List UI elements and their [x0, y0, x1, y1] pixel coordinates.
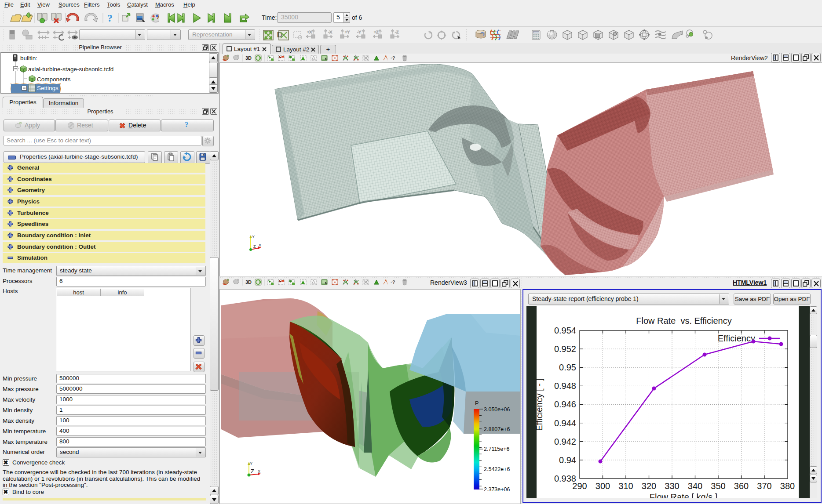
- svg-text:0.942: 0.942: [554, 437, 576, 446]
- svg-text:320: 320: [642, 481, 656, 491]
- svg-text:-Y: -Y: [357, 30, 361, 34]
- svg-text:2.5422e+6: 2.5422e+6: [484, 466, 510, 472]
- svg-text:0.95: 0.95: [559, 363, 576, 372]
- svg-text:·?: ·?: [391, 279, 395, 285]
- svg-text:Flow Rate vs. Efficiency: Flow Rate vs. Efficiency: [636, 316, 731, 326]
- svg-text:Y: Y: [252, 235, 255, 239]
- svg-text:310: 310: [618, 481, 633, 491]
- svg-text:Efficiency: Efficiency: [718, 334, 755, 343]
- svg-text:Y: Y: [250, 461, 252, 466]
- svg-text:-Z: -Z: [395, 30, 399, 34]
- svg-text:0.944: 0.944: [554, 418, 576, 428]
- svg-text:X: X: [258, 469, 260, 474]
- svg-text:Z: Z: [253, 244, 256, 249]
- svg-text:0.952: 0.952: [554, 344, 576, 354]
- svg-text:?: ?: [107, 12, 113, 24]
- svg-text:360: 360: [734, 481, 749, 491]
- svg-text:2.7115e+6: 2.7115e+6: [484, 446, 510, 452]
- svg-text:290: 290: [572, 481, 587, 491]
- svg-text:2.373e+06: 2.373e+06: [484, 486, 510, 493]
- svg-text:builtin:: builtin:: [20, 55, 37, 62]
- svg-text:3D: 3D: [245, 279, 252, 285]
- svg-text:300: 300: [595, 481, 610, 491]
- svg-text:370: 370: [757, 481, 771, 491]
- svg-text:·?: ·?: [391, 55, 395, 61]
- svg-text:P: P: [475, 400, 479, 406]
- svg-text:350: 350: [711, 481, 725, 491]
- svg-text:Z: Z: [251, 468, 254, 475]
- svg-text:0.948: 0.948: [554, 381, 576, 391]
- svg-text:0.954: 0.954: [554, 326, 576, 335]
- svg-text:0.94: 0.94: [559, 455, 576, 465]
- svg-text:3D: 3D: [245, 55, 252, 61]
- svg-text:X: X: [259, 243, 261, 247]
- svg-text:0.946: 0.946: [554, 399, 576, 409]
- svg-text:330: 330: [665, 481, 679, 491]
- svg-text:+Y: +Y: [345, 30, 350, 34]
- svg-text:Efficiency [ - ]: Efficiency [ - ]: [534, 378, 544, 431]
- svg-text:+X: +X: [307, 30, 312, 34]
- svg-text:340: 340: [688, 481, 702, 491]
- svg-text:2.8807e+6: 2.8807e+6: [484, 426, 510, 432]
- svg-text:-X: -X: [328, 30, 332, 34]
- svg-text:380: 380: [780, 481, 795, 491]
- svg-text:+Z: +Z: [374, 30, 379, 34]
- svg-text:Flow Rate [ kg/s ]: Flow Rate [ kg/s ]: [650, 492, 718, 498]
- svg-text:3.050e+06: 3.050e+06: [484, 406, 510, 413]
